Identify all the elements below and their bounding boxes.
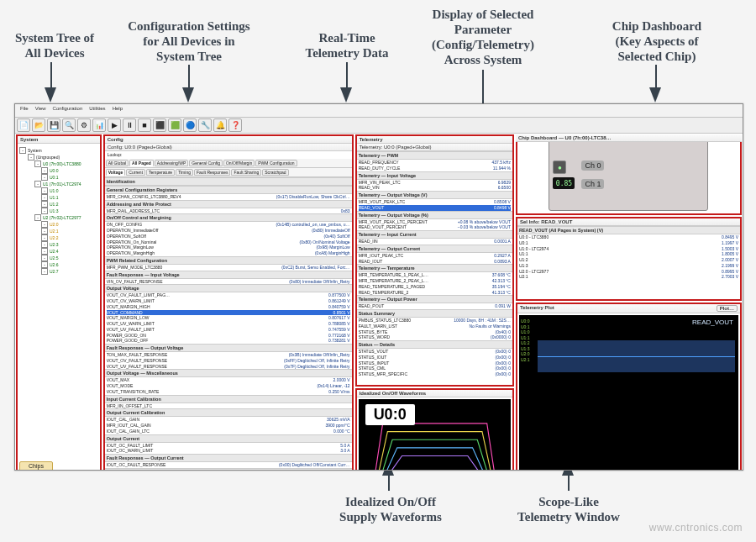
tree-node[interactable]: -(Ungrouped) — [19, 154, 98, 160]
tab[interactable]: Fault Responses — [194, 169, 231, 176]
config-row[interactable]: VOUT_UV_WARN_LIMIT0.788085 V — [105, 321, 352, 327]
telemetry-row[interactable]: MFR_IOUT_PEAK_LTC0.2927 A — [357, 253, 512, 259]
toolbar-button-10[interactable]: 🟩 — [168, 118, 181, 132]
tab[interactable]: On/Off/Margin — [223, 160, 255, 166]
config-row[interactable]: MFR_PWM_MODE_LTC3880(0xC2) Burst, Servo … — [105, 265, 352, 271]
telemetry-row[interactable]: MFR_TEMPERATURE_1_PEAK_L…37.608 °C — [357, 272, 512, 278]
menu-view[interactable]: View — [35, 106, 46, 115]
tab[interactable]: Scratchpad — [262, 169, 288, 176]
config-row[interactable]: IOUT_OC_WARN_LIMIT3.0 A — [105, 448, 352, 454]
telemetry-row[interactable]: READ_TEMPERATURE_1_PAGED35.194 °C — [357, 284, 512, 290]
mini-row[interactable]: U0:0 - LTC38800.8495 V — [517, 234, 740, 240]
tree-node[interactable]: -U1:0 — [19, 187, 98, 194]
scope-plot[interactable]: READ_VOUT U0:0U0:1U1:0U1:1U1:2U1:3U2:0U2… — [519, 315, 738, 471]
menu-file[interactable]: File — [20, 106, 29, 115]
chips-tab[interactable]: Chips — [19, 461, 53, 471]
tree-node[interactable]: -U1:2 — [19, 201, 98, 208]
toolbar-button-11[interactable]: 🔵 — [183, 118, 197, 132]
tree-node[interactable]: -U0:1 — [19, 174, 98, 181]
telemetry-row[interactable]: READ_VOUT0.8498 V — [357, 205, 512, 211]
config-row[interactable]: VOUT_UV_FAULT_RESPONSE(0x7F) Deglitched … — [105, 364, 352, 370]
config-row[interactable]: VOUT_OV_FAULT_LIMIT_PAG…0.877500 V — [105, 292, 352, 298]
tree-node[interactable]: -U1:3 — [19, 208, 98, 214]
tree-node[interactable]: -U1:1 — [19, 194, 98, 201]
telemetry-row[interactable]: READ_VOUT_PERCENT−0.03 % above/below VOU… — [357, 224, 512, 230]
tree-node[interactable]: -System — [19, 147, 98, 154]
config-row[interactable]: VOUT_COMMAND0.8501 V — [105, 310, 352, 316]
tree-node[interactable]: -U2 (7h:02)-LTC2977 — [19, 214, 98, 221]
tab[interactable]: All Paged — [129, 160, 154, 166]
tree-node[interactable]: -U0:0 — [19, 167, 98, 174]
config-row[interactable]: VOUT_OV_WARN_LIMIT0.861249 V — [105, 298, 352, 304]
config-row[interactable]: POWER_GOOD_ON0.772168 V — [105, 333, 352, 339]
tree-node[interactable]: -U2:2 — [19, 234, 98, 241]
tab[interactable]: PWM Configuration — [255, 160, 297, 166]
config-row[interactable]: MFR_RAIL_ADDRESS_LTC0x83 — [105, 208, 352, 214]
tab[interactable]: Fault Sharing — [231, 169, 261, 176]
telemetry-row[interactable]: READ_POUT0.091 W — [357, 303, 512, 309]
config-row[interactable]: OPERATION_MarginLow(0x98) MarginLow — [105, 245, 352, 250]
telemetry-row[interactable]: STATUS_INPUT(0x00) 0 — [357, 360, 512, 366]
config-row[interactable]: MFR_IOUT_CAL_GAIN3900 ppm/°C — [105, 423, 352, 429]
toolbar-button-1[interactable]: 📂 — [32, 118, 45, 132]
telemetry-row[interactable]: STATUS_VOUT(0x00) 0 — [357, 349, 512, 355]
config-row[interactable]: VOUT_MARGIN_HIGH0.840759 V — [105, 304, 352, 310]
toolbar-button-13[interactable]: 🔔 — [213, 118, 227, 132]
toolbar-button-5[interactable]: 📊 — [92, 118, 106, 132]
config-row[interactable]: VOUT_TRANSITION_RATE0.250 V/ms — [105, 389, 352, 395]
channel-0-label[interactable]: Ch 0 — [581, 160, 604, 171]
config-row[interactable]: IOUT_CAL_GAIN30625 mV/A — [105, 417, 352, 423]
telemetry-row[interactable]: READ_VIN6.6500 — [357, 185, 512, 191]
config-row[interactable]: VIN_OV_FAULT_RESPONSE(0x80) Immediate Of… — [105, 279, 352, 285]
telemetry-row[interactable]: READ_DUTY_CYCLE11.944 % — [357, 166, 512, 171]
config-row[interactable]: POWER_GOOD_OFF0.738281 V — [105, 338, 352, 344]
tree-node[interactable]: -U2:5 — [19, 255, 98, 261]
tab[interactable]: Current — [126, 169, 145, 176]
toolbar-button-4[interactable]: ⚙ — [77, 118, 91, 132]
tab[interactable]: Voltage — [106, 169, 126, 176]
toolbar-button-7[interactable]: ⏸ — [123, 118, 136, 132]
telemetry-row[interactable]: MFR_VOUT_PEAK_LTC_PERCENT+0.08 % above/b… — [357, 219, 512, 225]
telemetry-row[interactable]: MFR_VOUT_PEAK_LTC0.8508 V — [357, 199, 512, 205]
tab[interactable]: Timing — [176, 169, 193, 176]
mini-row[interactable]: U2:12.7003 V — [517, 274, 740, 280]
config-row[interactable]: IOUT_CAL_GAIN_LTC0.000 °C — [105, 429, 352, 434]
config-row[interactable]: VOUT_OV_FAULT_RESPONSE(0xFF) Deglitched … — [105, 358, 352, 364]
tab[interactable]: Temperature — [146, 169, 175, 176]
mini-row[interactable]: U1:11.8005 V — [517, 251, 740, 257]
telemetry-row[interactable]: READ_IIN0.0001 A — [357, 239, 512, 245]
telemetry-row[interactable]: READ_IOUT0.0893 A — [357, 259, 512, 265]
menu-configuration[interactable]: Configuration — [53, 106, 83, 115]
config-row[interactable]: TON_MAX_FAULT_RESPONSE(0x3B) Immediate O… — [105, 352, 352, 358]
telemetry-row[interactable]: STATUS_MFR_SPECIFIC(0x00) 0 — [357, 371, 512, 377]
mini-row[interactable]: U1:32.1999 V — [517, 263, 740, 269]
tree-node[interactable]: -U0 (7h:00)-LTC3880 — [19, 160, 98, 167]
config-row[interactable]: OPERATION_MarginHigh(0xA8) MarginHigh — [105, 250, 352, 256]
toolbar-button-2[interactable]: 💾 — [47, 118, 60, 132]
config-row[interactable]: IOUT_OC_FAULT_RESPONSE(0x00) Deglitched … — [105, 462, 352, 468]
toolbar-button-12[interactable]: 🔧 — [198, 118, 212, 132]
tab[interactable]: All Global — [106, 160, 129, 166]
config-row[interactable]: VOUT_MAX2.0000 V — [105, 377, 352, 383]
dashboard-card[interactable]: ● 0.85 Ch 0 Ch 1 — [549, 139, 708, 211]
tree-node[interactable]: -U2:6 — [19, 261, 98, 268]
toolbar-button-14[interactable]: ❓ — [228, 118, 242, 132]
tree-node[interactable]: -U2:1 — [19, 228, 98, 234]
toolbar-button-6[interactable]: ▶ — [108, 118, 121, 132]
channel-1-label[interactable]: Ch 1 — [581, 179, 604, 189]
telemetry-row[interactable]: PMBUS_STATUS_LTC388010000 Days, 8H : 41M… — [357, 318, 512, 324]
config-row[interactable]: ON_OFF_CONFIG(0x14B) controlled_on, use_… — [105, 222, 352, 228]
tree-node[interactable]: -U2:4 — [19, 248, 98, 255]
telemetry-row[interactable]: STATUS_CML(0x00) 0 — [357, 366, 512, 371]
mini-row[interactable]: U2:0 - LTC29770.8995 V — [517, 269, 740, 275]
config-row[interactable]: VOUT_MODE(0x14) Linear, -12 — [105, 383, 352, 389]
config-row[interactable]: VOUT_MARGIN_LOW0.807617 V — [105, 315, 352, 321]
tab[interactable]: General Config — [189, 160, 223, 166]
toolbar-button-9[interactable]: ⬛ — [153, 118, 166, 132]
config-row[interactable]: MFR_CHAN_CONFIG_LTC3880_REV4(0x17) Disab… — [105, 194, 352, 200]
tree-node[interactable]: -U2:7 — [19, 268, 98, 275]
tab[interactable]: Addressing/WP — [155, 160, 188, 166]
tree-node[interactable]: -U2:0 — [19, 221, 98, 228]
plot-button[interactable]: Plot… — [717, 305, 738, 312]
config-row[interactable]: OPERATION_ImmediateOff(0x80) ImmediateOf… — [105, 228, 352, 234]
